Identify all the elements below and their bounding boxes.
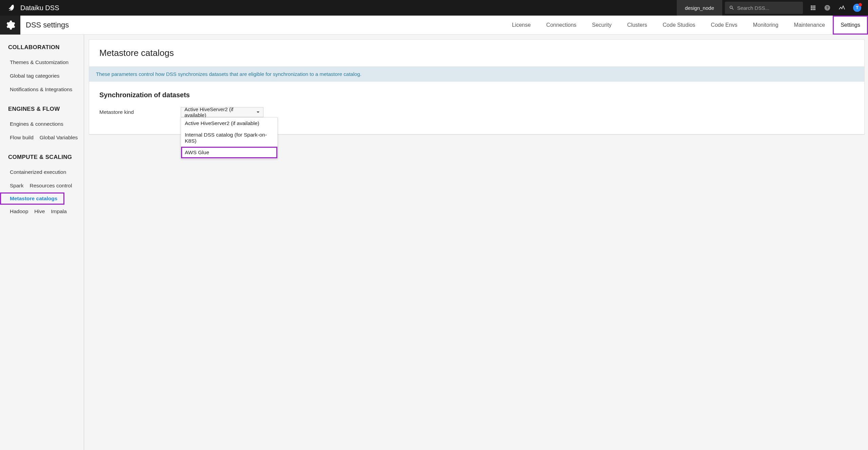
dropdown-option-active-hiveserver2-if-available-[interactable]: Active HiveServer2 (if available) xyxy=(181,118,277,129)
sidebar-item-engines-connections[interactable]: Engines & connections xyxy=(0,117,68,131)
sidebar-item-metastore-catalogs[interactable]: Metastore catalogs xyxy=(0,192,64,205)
tab-license[interactable]: License xyxy=(504,16,538,35)
content-area: Metastore catalogs These parameters cont… xyxy=(84,35,868,450)
sidebar-group-engines-flow: ENGINES & FLOW xyxy=(8,106,84,112)
search-input[interactable] xyxy=(737,5,799,11)
sidebar-group-compute-scaling: COMPUTE & SCALING xyxy=(8,154,84,161)
help-icon[interactable]: ? xyxy=(824,4,831,11)
search-icon xyxy=(729,5,734,11)
tab-code-studios[interactable]: Code Studios xyxy=(655,16,703,35)
tab-security[interactable]: Security xyxy=(584,16,619,35)
search-box[interactable] xyxy=(725,2,803,14)
gears-icon xyxy=(5,20,16,30)
sidebar-item-global-variables[interactable]: Global Variables xyxy=(30,131,82,144)
tab-connections[interactable]: Connections xyxy=(538,16,584,35)
sidebar: COLLABORATIONThemes & CustomizationGloba… xyxy=(0,35,84,450)
page-title: DSS settings xyxy=(20,21,69,29)
sidebar-item-containerized-execution[interactable]: Containerized execution xyxy=(0,165,71,179)
dropdown-option-internal-dss-catalog-for-spark-on-k8s-[interactable]: Internal DSS catalog (for Spark-on-K8S) xyxy=(181,129,277,147)
section-heading: Synchronization of datasets xyxy=(99,91,854,99)
avatar-initial: T xyxy=(856,5,858,10)
tab-maintenance[interactable]: Maintenance xyxy=(786,16,833,35)
svg-text:?: ? xyxy=(826,5,828,10)
settings-gears-icon-wrap[interactable] xyxy=(0,16,20,35)
dropdown-option-aws-glue[interactable]: AWS Glue xyxy=(181,147,277,158)
topbar: Dataiku DSS design_node ? T xyxy=(0,0,868,16)
metastore-kind-select[interactable]: Active HiveServer2 (if available) Active… xyxy=(181,107,263,117)
sidebar-item-resources-control[interactable]: Resources control xyxy=(20,179,77,192)
sync-section: Synchronization of datasets Metastore ki… xyxy=(89,82,864,135)
tab-clusters[interactable]: Clusters xyxy=(619,16,655,35)
tab-settings[interactable]: Settings xyxy=(833,16,868,35)
secondary-tabs: LicenseConnectionsSecurityClustersCode S… xyxy=(504,16,868,35)
metastore-kind-dropdown: Active HiveServer2 (if available)Interna… xyxy=(181,117,278,159)
topbar-icons: ? T xyxy=(803,4,868,12)
notification-dot xyxy=(859,3,862,6)
bird-icon xyxy=(5,3,15,13)
app-title: Dataiku DSS xyxy=(20,4,59,12)
main-layout: COLLABORATIONThemes & CustomizationGloba… xyxy=(0,35,868,450)
topbar-left: Dataiku DSS xyxy=(0,0,59,16)
sidebar-item-global-tag-categories[interactable]: Global tag categories xyxy=(0,69,64,83)
sidebar-group-collaboration: COLLABORATION xyxy=(8,44,84,51)
panel: Metastore catalogs These parameters cont… xyxy=(89,39,865,135)
form-row-metastore-kind: Metastore kind Active HiveServer2 (if av… xyxy=(99,107,854,117)
activity-icon[interactable] xyxy=(838,4,846,12)
form-label-metastore-kind: Metastore kind xyxy=(99,109,181,115)
tab-monitoring[interactable]: Monitoring xyxy=(745,16,786,35)
avatar[interactable]: T xyxy=(853,4,861,12)
tab-code-envs[interactable]: Code Envs xyxy=(703,16,745,35)
chevron-down-icon xyxy=(256,110,260,114)
node-chip[interactable]: design_node xyxy=(677,0,722,16)
info-strip: These parameters control how DSS synchro… xyxy=(89,66,864,82)
sidebar-item-notifications-integrations[interactable]: Notifications & Integrations xyxy=(0,83,77,96)
panel-title: Metastore catalogs xyxy=(89,40,864,66)
app-logo[interactable] xyxy=(0,0,20,16)
select-current-value: Active HiveServer2 (if available) xyxy=(184,106,256,118)
sidebar-item-themes-customization[interactable]: Themes & Customization xyxy=(0,56,73,69)
sidebar-item-impala[interactable]: Impala xyxy=(41,205,71,218)
apps-icon[interactable] xyxy=(810,4,816,11)
secondary-bar: DSS settings LicenseConnectionsSecurityC… xyxy=(0,16,868,35)
